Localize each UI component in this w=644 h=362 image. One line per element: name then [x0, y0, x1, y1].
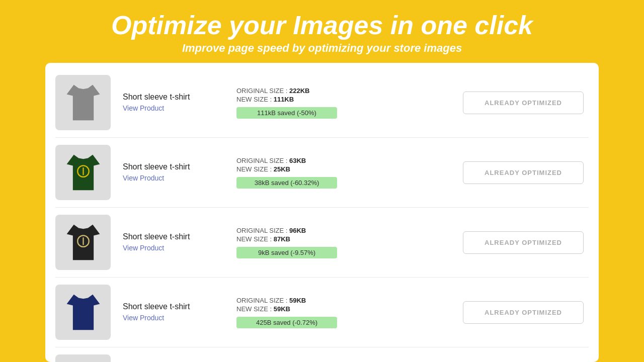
original-size-line: ORIGINAL SIZE : 96KB [236, 227, 362, 234]
new-size-line: NEW SIZE : 25KB [236, 165, 362, 173]
product-row: Short sleeve t-shirtView ProductORIGINAL… [55, 208, 589, 278]
already-optimized-button[interactable]: ALREADY OPTIMIZED [463, 92, 584, 114]
action-area: ALREADY OPTIMIZED [362, 231, 589, 254]
original-size-line: ORIGINAL SIZE : 222KB [236, 87, 362, 95]
new-size-line: NEW SIZE : 111KB [236, 96, 362, 103]
view-product-link[interactable]: View Product [123, 314, 164, 322]
product-row: Short sleeve t-shirtView ProductORIGINAL… [55, 138, 589, 208]
product-name: Short sleeve t-shirt [123, 302, 221, 311]
product-image [55, 354, 111, 362]
savings-bar: 38kB saved (-60.32%) [236, 177, 337, 189]
product-info: Short sleeve t-shirtView Product [111, 162, 221, 183]
view-product-link[interactable]: View Product [123, 174, 164, 182]
savings-bar: 9kB saved (-9.57%) [236, 247, 337, 258]
size-info: ORIGINAL SIZE : 59KBNEW SIZE : 59KB425B … [221, 297, 362, 328]
product-image [55, 285, 111, 340]
product-row: Short sleeve t-shirtView Product-OPTIMIZ… [55, 347, 589, 362]
savings-bar: 111kB saved (-50%) [236, 107, 337, 119]
product-name: Short sleeve t-shirt [123, 93, 221, 102]
svg-marker-0 [66, 85, 100, 120]
view-product-link[interactable]: View Product [123, 104, 164, 112]
product-image [55, 145, 111, 200]
savings-bar-container: 9kB saved (-9.57%) [236, 247, 362, 258]
savings-bar-container: 425B saved (-0.72%) [236, 317, 362, 328]
action-area: ALREADY OPTIMIZED [362, 92, 589, 114]
savings-bar-container: 111kB saved (-50%) [236, 107, 362, 119]
products-card: Short sleeve t-shirtView ProductORIGINAL… [45, 63, 599, 362]
size-info: ORIGINAL SIZE : 96KBNEW SIZE : 87KB9kB s… [221, 227, 362, 258]
new-size-line: NEW SIZE : 87KB [236, 235, 362, 243]
savings-bar-container: 38kB saved (-60.32%) [236, 177, 362, 189]
action-area: ALREADY OPTIMIZED [362, 161, 589, 184]
page-header: Optimize your Images in one click Improv… [0, 0, 644, 63]
new-size-line: NEW SIZE : 59KB [236, 305, 362, 313]
size-info: ORIGINAL SIZE : 63KBNEW SIZE : 25KB38kB … [221, 157, 362, 189]
action-area: ALREADY OPTIMIZED [362, 301, 589, 324]
product-image [55, 75, 111, 130]
product-name: Short sleeve t-shirt [123, 232, 221, 241]
product-info: Short sleeve t-shirtView Product [111, 93, 221, 113]
product-row: Short sleeve t-shirtView ProductORIGINAL… [55, 68, 589, 138]
savings-bar: 425B saved (-0.72%) [236, 317, 337, 328]
already-optimized-button[interactable]: ALREADY OPTIMIZED [463, 161, 584, 184]
product-info: Short sleeve t-shirtView Product [111, 232, 221, 252]
product-row: Short sleeve t-shirtView ProductORIGINAL… [55, 278, 589, 347]
original-size-line: ORIGINAL SIZE : 63KB [236, 157, 362, 164]
product-info: Short sleeve t-shirtView Product [111, 302, 221, 322]
already-optimized-button[interactable]: ALREADY OPTIMIZED [463, 231, 584, 254]
product-name: Short sleeve t-shirt [123, 162, 221, 171]
product-image [55, 215, 111, 270]
page-subtitle: Improve page speed by optimizing your st… [0, 42, 644, 55]
already-optimized-button[interactable]: ALREADY OPTIMIZED [463, 301, 584, 324]
page-title: Optimize your Images in one click [0, 11, 644, 40]
view-product-link[interactable]: View Product [123, 244, 164, 252]
size-info: ORIGINAL SIZE : 222KBNEW SIZE : 111KB111… [221, 87, 362, 119]
original-size-line: ORIGINAL SIZE : 59KB [236, 297, 362, 304]
svg-marker-7 [66, 295, 100, 330]
